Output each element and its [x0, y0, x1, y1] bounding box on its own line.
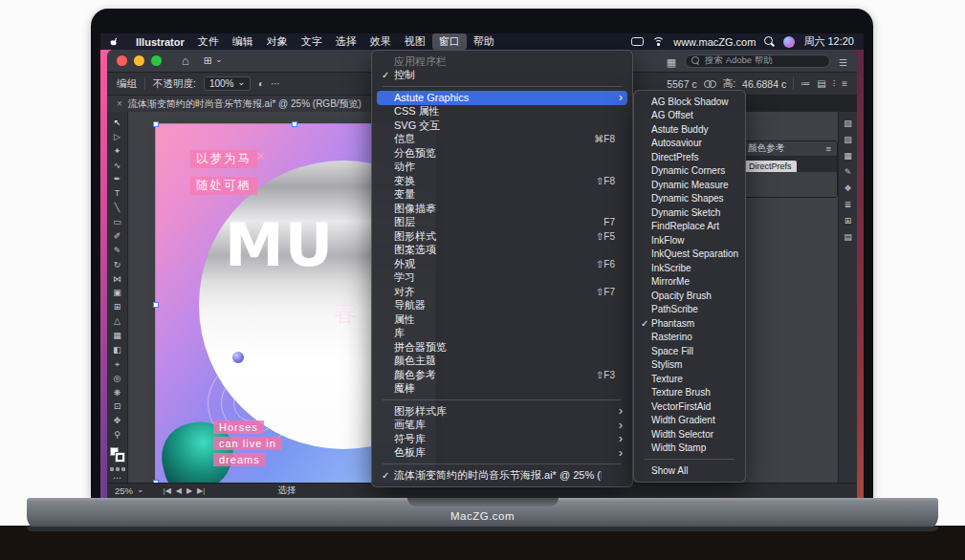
pencil-tool[interactable]: ✎ [109, 245, 126, 257]
menubar-app-name[interactable]: Illustrator [129, 36, 191, 48]
window-menu-item[interactable]: 图案选项 [377, 244, 627, 258]
close-button[interactable] [117, 55, 127, 66]
window-menu-item[interactable]: SVG 交互 [377, 118, 627, 133]
window-menu-item[interactable]: 颜色参考 ⇧F3 [377, 368, 627, 382]
color-guide-panel-icon[interactable]: ▨ [844, 136, 852, 144]
submenu-item[interactable]: Phantasm [637, 316, 742, 331]
brushes-panel-icon[interactable]: ✎ [844, 168, 852, 177]
zoom-control[interactable]: 25% [115, 485, 144, 496]
submenu-item[interactable]: Space Fill [637, 344, 742, 358]
stroke-swatch[interactable] [116, 453, 124, 462]
submenu-item[interactable]: InkScribe [637, 261, 742, 275]
submenu-item[interactable]: Texture [637, 372, 742, 386]
window-menu-item[interactable]: 图形样式 ⇧F5 [377, 229, 627, 244]
paintbrush-tool[interactable]: ✐ [109, 230, 126, 243]
submenu-item[interactable]: FindReplace Art [637, 220, 742, 234]
submenu-item[interactable]: MirrorMe [637, 275, 742, 290]
link-dimensions-icon[interactable] [704, 80, 716, 88]
submenu-item[interactable]: Width Stamp [637, 442, 742, 456]
submenu-item[interactable]: InkFlow [637, 233, 742, 248]
submenu-item[interactable]: Astute Buddy [637, 122, 742, 137]
swatches-panel-icon[interactable]: ▦ [844, 152, 852, 161]
help-search-input[interactable]: 搜索 Adobe 帮助 [685, 54, 830, 68]
tab-close-icon[interactable] [117, 98, 122, 109]
submenu-item[interactable]: Autosaviour [637, 137, 742, 151]
libraries-panel-icon[interactable]: ▤ [844, 233, 852, 242]
submenu-item[interactable]: Show All [637, 463, 742, 478]
menubar-menu-item[interactable]: 效果 [363, 33, 398, 50]
selection-handle[interactable] [153, 121, 159, 127]
siri-icon[interactable] [783, 36, 795, 48]
submenu-item[interactable]: Dynamic Shapes [637, 192, 742, 206]
selection-tool[interactable]: ↖ [109, 117, 126, 129]
shape-builder-tool[interactable]: ⊞ [109, 301, 126, 313]
window-menu-item[interactable]: 控制 [377, 69, 627, 83]
window-menu-item[interactable]: CSS 属性 [377, 105, 627, 119]
free-transform-tool[interactable]: ▣ [109, 288, 126, 300]
home-icon[interactable] [182, 54, 189, 67]
window-menu-item[interactable]: 画笔库 [377, 419, 627, 433]
layers-panel-icon[interactable]: ≣ [844, 201, 852, 209]
document-tab[interactable]: 流体渐变简约的时尚音乐节海报.ai* @ 25% (RGB/预览) [107, 96, 372, 112]
window-menu-item[interactable]: 符号库 [377, 432, 627, 446]
window-menu-item[interactable]: 图层 F7 [377, 216, 627, 230]
menubar-menu-item[interactable]: 编辑 [226, 33, 260, 50]
window-menu-item[interactable]: Astute Graphics [377, 91, 627, 105]
style-button[interactable]: ◐ [258, 78, 264, 89]
artboard-tool[interactable]: ⊡ [109, 401, 126, 414]
fill-stroke-swatches[interactable] [110, 447, 125, 463]
window-menu-item[interactable]: 学习 [377, 271, 627, 286]
submenu-item[interactable]: Width Selector [637, 427, 742, 442]
width-tool[interactable]: ⋈ [109, 273, 126, 286]
symbols-panel-icon[interactable]: ❖ [844, 184, 851, 193]
menubar-menu-item[interactable]: 选择 [329, 33, 363, 50]
window-menu-item[interactable]: 变换 ⇧F8 [377, 174, 627, 188]
color-panel-icon[interactable]: ▧ [844, 119, 852, 128]
perspective-grid-tool[interactable]: △ [109, 315, 126, 328]
opacity-input[interactable]: 100% [204, 76, 251, 91]
options-button[interactable]: ⋯ [271, 78, 280, 89]
eyedropper-tool[interactable]: ⌖ [109, 358, 126, 371]
direct-selection-tool[interactable]: ▷ [109, 131, 126, 143]
submenu-item[interactable]: InkQuest Separations [637, 248, 742, 262]
gpu-performance-icon[interactable] [667, 53, 676, 70]
window-menu-item[interactable]: 拼合器预览 [377, 340, 627, 355]
blend-tool[interactable]: ◎ [109, 373, 126, 385]
selection-handle[interactable] [292, 121, 297, 127]
properties-icon[interactable]: ⫶ [833, 78, 836, 90]
lasso-tool[interactable]: ∿ [109, 160, 126, 172]
menubar-menu-item[interactable]: 窗口 [432, 33, 467, 50]
selection-handle[interactable] [153, 480, 159, 483]
window-menu-item[interactable]: 流体渐变简约的时尚音乐节海报.ai* @ 25% (RGB/预览) [377, 468, 627, 483]
more-tools-icon[interactable]: ⋯ [113, 473, 121, 483]
tab-directprefs[interactable]: DirectPrefs [744, 161, 797, 172]
height-value[interactable]: 46.6884 c [742, 78, 786, 90]
mesh-tool[interactable]: ▦ [109, 330, 126, 342]
submenu-item[interactable]: Opacity Brush [637, 289, 742, 303]
transform-panel-icon[interactable]: ▤ [817, 78, 825, 90]
window-menu-item[interactable]: 颜色主题 [377, 355, 627, 369]
width-value[interactable]: 5567 c [667, 78, 697, 90]
window-menu-item[interactable]: 图形样式库 [377, 404, 627, 419]
spotlight-search-icon[interactable] [764, 36, 775, 47]
symbol-sprayer-tool[interactable]: ❋ [109, 387, 126, 399]
zoom-tool[interactable]: ⚲ [109, 429, 126, 442]
window-menu-item[interactable]: 属性 [377, 312, 627, 327]
selection-handle[interactable] [153, 302, 159, 308]
window-menu-item[interactable]: 外观 ⇧F6 [377, 257, 627, 271]
window-menu-item[interactable]: 图像描摹 [377, 202, 627, 216]
window-menu-item[interactable]: 分色预览 [377, 146, 627, 161]
first-artboard-icon[interactable] [164, 486, 171, 495]
last-artboard-icon[interactable] [197, 486, 205, 495]
window-menu-item[interactable]: 库 [377, 327, 627, 341]
workspace-switcher-icon[interactable] [839, 53, 847, 70]
submenu-item[interactable]: Dynamic Corners [637, 164, 742, 179]
window-menu-item[interactable]: 色板库 [377, 446, 627, 461]
submenu-item[interactable]: DirectPrefs [637, 150, 742, 164]
submenu-item[interactable]: AG Block Shadow [637, 95, 742, 109]
hand-tool[interactable]: ✥ [109, 415, 126, 427]
menubar-menu-item[interactable]: 文件 [191, 33, 226, 50]
window-menu-item[interactable]: 导航器 [377, 299, 627, 313]
window-menu-item[interactable]: 对齐 ⇧F7 [377, 285, 627, 299]
submenu-item[interactable]: Dynamic Measure [637, 178, 742, 192]
